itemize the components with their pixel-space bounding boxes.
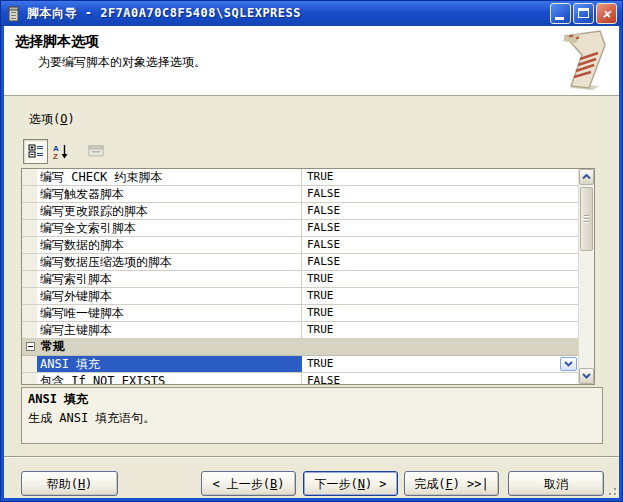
- option-label: ANSI 填充: [37, 356, 302, 372]
- option-value[interactable]: FALSE: [302, 220, 578, 236]
- grid-row[interactable]: 编写外键脚本TRUE: [22, 288, 578, 305]
- option-value[interactable]: FALSE: [302, 373, 578, 384]
- property-pages-icon: [88, 143, 104, 159]
- grid-row[interactable]: 编写触发器脚本FALSE: [22, 186, 578, 203]
- help-button[interactable]: 帮助(H): [21, 471, 118, 496]
- grid-row[interactable]: 编写 CHECK 约束脚本TRUE: [22, 169, 578, 186]
- description-title: ANSI 填充: [28, 391, 596, 408]
- grid-row[interactable]: 编写索引脚本TRUE: [22, 271, 578, 288]
- svg-text:Z: Z: [53, 152, 58, 159]
- wizard-header: 选择脚本选项 为要编写脚本的对象选择选项。: [4, 26, 619, 96]
- category-label: 常规: [41, 339, 65, 355]
- row-margin: [22, 373, 37, 384]
- option-value[interactable]: FALSE: [302, 254, 578, 270]
- description-text: 生成 ANSI 填充语句。: [28, 410, 596, 427]
- description-panel: ANSI 填充 生成 ANSI 填充语句。: [21, 387, 603, 444]
- window-title: 脚本向导 - 2F7A0A70C8F5408\SQLEXPRESS: [27, 5, 301, 22]
- close-button[interactable]: ✕: [596, 3, 617, 24]
- close-icon: ✕: [597, 4, 616, 23]
- next-button[interactable]: 下一步(N) >: [303, 471, 398, 496]
- option-value[interactable]: TRUE: [302, 322, 578, 338]
- property-pages-button: [83, 139, 108, 164]
- grid-row[interactable]: 包含 If NOT EXISTSFALSE: [22, 373, 578, 384]
- property-grid-rows: 编写 CHECK 约束脚本TRUE编写触发器脚本FALSE编写更改跟踪的脚本FA…: [22, 169, 578, 384]
- option-value[interactable]: FALSE: [302, 186, 578, 202]
- chevron-up-icon: [582, 174, 591, 180]
- scroll-thumb[interactable]: [580, 187, 593, 251]
- maximize-icon: [578, 8, 589, 18]
- page-subtitle: 为要编写脚本的对象选择选项。: [38, 54, 206, 71]
- script-wizard-window: 脚本向导 - 2F7A0A70C8F5408\SQLEXPRESS ✕ 选择脚本…: [0, 0, 623, 502]
- grid-row[interactable]: 编写数据的脚本FALSE: [22, 237, 578, 254]
- option-label: 编写 CHECK 约束脚本: [37, 169, 302, 185]
- grid-category-row[interactable]: 常规: [22, 339, 578, 356]
- minimize-button[interactable]: [550, 3, 571, 24]
- chevron-down-icon: [582, 373, 591, 379]
- option-value[interactable]: TRUE: [302, 356, 578, 372]
- option-label: 编写外键脚本: [37, 288, 302, 304]
- dialog-client-area: 选择脚本选项 为要编写脚本的对象选择选项。 选项(O): [4, 26, 619, 498]
- categorized-view-button[interactable]: [23, 139, 48, 164]
- title-bar[interactable]: 脚本向导 - 2F7A0A70C8F5408\SQLEXPRESS ✕: [1, 1, 622, 26]
- chevron-down-icon: [564, 361, 573, 367]
- grid-row[interactable]: 编写主键脚本TRUE: [22, 322, 578, 339]
- scroll-down-button[interactable]: [579, 368, 594, 384]
- resize-grip[interactable]: [604, 483, 617, 496]
- option-label: 编写更改跟踪的脚本: [37, 203, 302, 219]
- option-label: 编写触发器脚本: [37, 186, 302, 202]
- option-value[interactable]: FALSE: [302, 203, 578, 219]
- grid-row[interactable]: 编写更改跟踪的脚本FALSE: [22, 203, 578, 220]
- property-grid-toolbar: A Z: [23, 138, 108, 164]
- application-icon: [6, 6, 22, 22]
- collapse-minus-icon[interactable]: [26, 342, 35, 351]
- scroll-document-graphic: [555, 28, 617, 92]
- vertical-scrollbar[interactable]: [578, 169, 594, 384]
- option-value[interactable]: TRUE: [302, 288, 578, 304]
- row-margin: [22, 203, 37, 219]
- option-label: 编写主键脚本: [37, 322, 302, 338]
- scroll-up-button[interactable]: [579, 169, 594, 185]
- property-grid: 编写 CHECK 约束脚本TRUE编写触发器脚本FALSE编写更改跟踪的脚本FA…: [21, 168, 595, 385]
- option-label: 编写唯一键脚本: [37, 305, 302, 321]
- minimize-icon: [555, 17, 564, 20]
- back-button[interactable]: < 上一步(B): [201, 471, 296, 496]
- grid-row[interactable]: 编写全文索引脚本FALSE: [22, 220, 578, 237]
- row-margin: [22, 305, 37, 321]
- row-margin: [22, 271, 37, 287]
- grid-row[interactable]: 编写唯一键脚本TRUE: [22, 305, 578, 322]
- alphabetical-sort-button[interactable]: A Z: [48, 139, 73, 164]
- alphabetical-sort-icon: A Z: [53, 143, 69, 159]
- grid-row[interactable]: 编写数据压缩选项的脚本FALSE: [22, 254, 578, 271]
- row-margin: [22, 322, 37, 338]
- maximize-button[interactable]: [573, 3, 594, 24]
- value-dropdown-button[interactable]: [560, 357, 577, 371]
- page-title: 选择脚本选项: [15, 33, 99, 51]
- row-margin: [22, 169, 37, 185]
- option-value[interactable]: FALSE: [302, 237, 578, 253]
- option-label: 编写数据的脚本: [37, 237, 302, 253]
- finish-button[interactable]: 完成(F) >>|: [404, 471, 499, 496]
- option-label: 包含 If NOT EXISTS: [37, 373, 302, 384]
- row-margin: [22, 220, 37, 236]
- option-label: 编写全文索引脚本: [37, 220, 302, 236]
- row-margin: [22, 186, 37, 202]
- row-margin: [22, 254, 37, 270]
- row-margin: [22, 356, 37, 372]
- options-label: 选项(O): [29, 111, 75, 128]
- option-value[interactable]: TRUE: [302, 169, 578, 185]
- grid-row[interactable]: ANSI 填充TRUE: [22, 356, 578, 373]
- option-label: 编写索引脚本: [37, 271, 302, 287]
- cancel-button[interactable]: 取消: [508, 471, 604, 496]
- option-label: 编写数据压缩选项的脚本: [37, 254, 302, 270]
- categorized-icon: [28, 143, 44, 159]
- row-margin: [22, 237, 37, 253]
- footer-separator: [4, 456, 619, 458]
- option-value[interactable]: TRUE: [302, 305, 578, 321]
- row-margin: [22, 288, 37, 304]
- option-value[interactable]: TRUE: [302, 271, 578, 287]
